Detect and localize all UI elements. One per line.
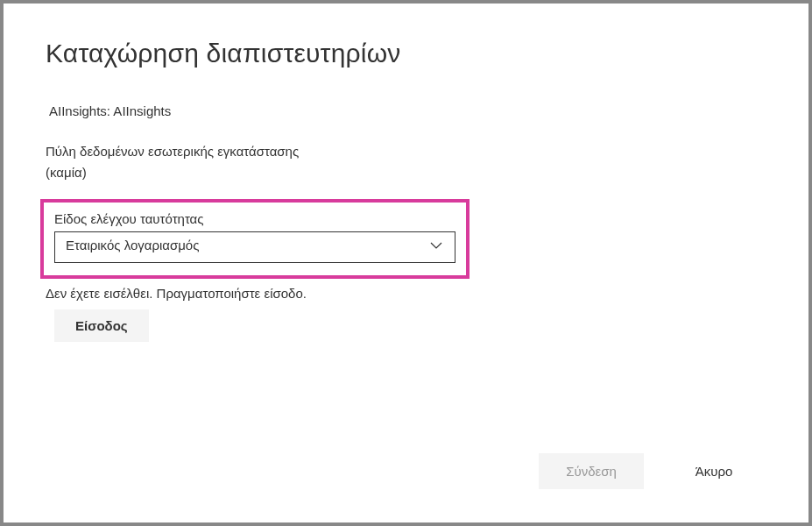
dialog-footer: Σύνδεση Άκυρο [539,453,766,489]
gateway-label: Πύλη δεδομένων εσωτερικής εγκατάστασης [46,141,766,162]
dialog-title: Καταχώρηση διαπιστευτηρίων [46,39,766,68]
auth-highlight-box: Είδος ελέγχου ταυτότητας Εταιρικός λογαρ… [40,199,470,279]
connect-button[interactable]: Σύνδεση [539,453,644,489]
auth-select-wrap: Εταιρικός λογαριασμός [54,231,455,263]
auth-type-label: Είδος ελέγχου ταυτότητας [54,211,455,226]
auth-type-select[interactable]: Εταιρικός λογαριασμός [54,231,455,263]
gateway-block: Πύλη δεδομένων εσωτερικής εγκατάστασης (… [46,141,766,183]
dataset-info: AIInsights: AIInsights [46,103,766,118]
gateway-value: (καμία) [46,162,766,183]
cancel-button[interactable]: Άκυρο [661,453,766,489]
signin-status-text: Δεν έχετε εισέλθει. Πραγματοποιήστε είσο… [46,286,766,301]
credentials-dialog: Καταχώρηση διαπιστευτηρίων AIInsights: A… [4,4,808,522]
signin-button[interactable]: Είσοδος [54,309,149,342]
